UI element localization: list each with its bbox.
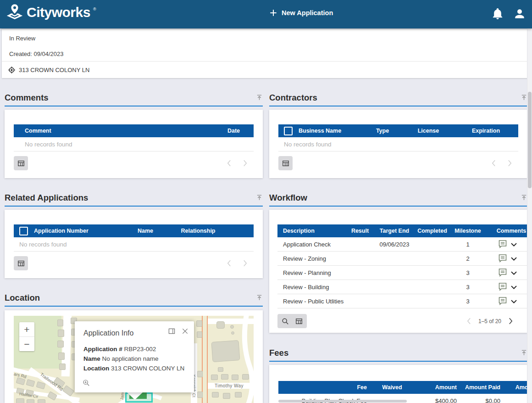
notifications-bell-icon[interactable]	[492, 8, 504, 20]
map-building	[218, 367, 223, 372]
workflow-milestone: 2	[449, 255, 486, 262]
collapse-panel-icon[interactable]	[256, 194, 263, 201]
table-view-button[interactable]	[14, 156, 28, 170]
map-building	[57, 319, 63, 326]
search-icon[interactable]	[282, 318, 289, 325]
workflow-milestone: 1	[449, 241, 486, 248]
workflow-row[interactable]: Review - Zoning 2	[277, 252, 527, 266]
workflow-row[interactable]: Review - Building 3	[277, 280, 527, 294]
zoom-to-location-icon[interactable]	[83, 379, 90, 386]
collapse-panel-icon[interactable]	[256, 294, 263, 301]
workflow-description: Review - Public Utlities	[277, 298, 346, 305]
location-panel-header: Location	[5, 293, 263, 307]
brand-logo: Cityworks ®	[6, 4, 96, 21]
comments-card: Comment Date No records found	[5, 110, 263, 178]
map-building	[38, 399, 45, 403]
comment-bubble-icon[interactable]	[497, 239, 509, 250]
field-label: Name	[83, 355, 100, 362]
prev-page-chevron-icon[interactable]	[467, 318, 471, 325]
collapse-panel-icon[interactable]	[256, 94, 263, 101]
prev-page-chevron-icon[interactable]	[492, 160, 496, 167]
popup-field-row: Location 313 CROWN COLONY LN	[83, 364, 184, 373]
contractors-empty-row: No records found	[278, 137, 518, 151]
next-page-chevron-icon[interactable]	[243, 160, 247, 167]
expand-row-chevron-icon[interactable]	[510, 240, 518, 249]
next-page-chevron-icon[interactable]	[243, 260, 247, 267]
workflow-description: Review - Building	[277, 284, 346, 291]
expand-row-chevron-icon[interactable]	[510, 254, 518, 263]
col-target-end: Target End	[374, 228, 415, 234]
col-amount-paid: Amount Paid	[462, 384, 506, 391]
created-date: Created: 09/04/2023	[9, 50, 64, 57]
map-building	[221, 374, 228, 380]
map-building	[212, 392, 219, 397]
popup-field-row: Application # RBP23-002	[83, 344, 184, 354]
workflow-row[interactable]: Application Check 09/06/2023 1	[277, 237, 527, 252]
popup-title: Application Info	[83, 329, 133, 337]
map-building	[211, 340, 240, 362]
fees-panel-header: Fees	[269, 348, 527, 362]
comment-bubble-icon[interactable]	[497, 296, 509, 307]
comment-bubble-icon[interactable]	[497, 267, 509, 278]
related-applications-card: Application Number Name Relationship No …	[5, 210, 263, 278]
map-building	[197, 371, 203, 377]
related-applications-empty-row: No records found	[14, 237, 254, 252]
map-building	[196, 320, 202, 327]
map-zoom-out-button[interactable]: −	[19, 337, 34, 351]
map-canvas[interactable]: ars Rd Trailwood Rd Halifax Cir Jam Timo…	[14, 316, 254, 403]
prev-page-chevron-icon[interactable]	[227, 160, 231, 167]
next-page-chevron-icon[interactable]	[508, 160, 512, 167]
collapse-panel-icon[interactable]	[521, 349, 527, 356]
fees-table-header: Fee Waived Amount Amount Paid Amount Due	[278, 381, 527, 394]
comments-title: Comments	[5, 93, 49, 102]
map-building	[16, 398, 24, 403]
address-row[interactable]: 313 CROWN COLONY LN	[2, 61, 530, 78]
comment-bubble-icon[interactable]	[497, 253, 509, 264]
vertical-scrollbar-thumb[interactable]	[528, 92, 532, 188]
popup-fields: Application # RBP23-002 Name No applicat…	[83, 344, 184, 373]
popup-field-row: Name No application name	[83, 354, 184, 364]
appbar-actions	[492, 8, 526, 20]
next-page-chevron-icon[interactable]	[509, 318, 513, 325]
fee-amount-due: $400.00	[506, 397, 527, 403]
workflow-row[interactable]: Review - Planning 3	[277, 266, 527, 280]
table-view-button[interactable]	[14, 256, 28, 270]
workflow-panel-header: Workflow	[269, 193, 527, 207]
map-building	[197, 331, 202, 338]
col-application-number: Application Number	[33, 228, 125, 234]
close-icon[interactable]	[182, 328, 188, 335]
table-view-button[interactable]	[278, 156, 293, 170]
map-street-label: Timothy Way	[215, 383, 244, 388]
comment-bubble-icon[interactable]	[497, 281, 509, 292]
popup-pointer	[127, 392, 143, 400]
expand-row-chevron-icon[interactable]	[510, 297, 518, 306]
col-completed: Completed	[415, 228, 449, 234]
app-header: Cityworks ® New Application	[0, 0, 532, 28]
expand-row-chevron-icon[interactable]	[510, 283, 518, 291]
field-label: Application #	[83, 346, 122, 353]
collapse-panel-icon[interactable]	[521, 94, 527, 101]
map-zoom-in-button[interactable]: +	[19, 322, 34, 337]
horizontal-scrollbar-thumb[interactable]	[278, 400, 407, 403]
workflow-description: Review - Planning	[277, 269, 346, 276]
select-all-checkbox[interactable]	[19, 227, 28, 235]
brand-trademark: ®	[93, 7, 96, 11]
col-relationship: Relationship	[166, 228, 230, 234]
pagination-label: 1–5 of 20	[478, 318, 501, 325]
col-type: Type	[362, 128, 403, 134]
dock-window-icon[interactable]	[168, 328, 175, 335]
col-business-name: Business Name	[298, 128, 362, 134]
account-person-icon[interactable]	[514, 8, 526, 20]
collapse-panel-icon[interactable]	[521, 194, 527, 201]
contractors-table-header: Business Name Type License Expiration	[278, 124, 518, 137]
comments-empty-row: No records found	[14, 137, 254, 151]
workflow-table-header: Description Result Target End Completed …	[277, 224, 527, 237]
table-view-icon[interactable]	[295, 318, 303, 325]
select-all-checkbox[interactable]	[284, 127, 293, 135]
expand-row-chevron-icon[interactable]	[510, 269, 518, 277]
fee-amount-paid: $0.00	[462, 397, 506, 403]
prev-page-chevron-icon[interactable]	[227, 260, 231, 267]
workflow-row[interactable]: Review - Public Utlities 3	[277, 294, 527, 308]
workflow-title: Workflow	[269, 193, 307, 202]
new-application-button[interactable]: New Application	[269, 8, 333, 17]
